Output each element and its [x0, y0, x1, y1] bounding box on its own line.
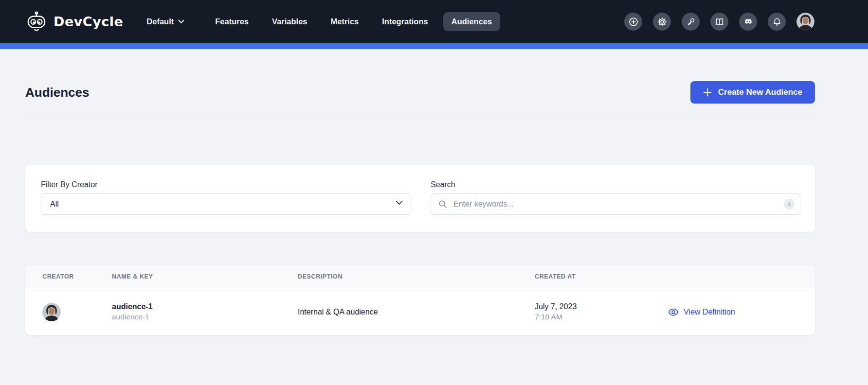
search-input[interactable]	[431, 193, 800, 215]
gear-icon	[657, 17, 668, 27]
book-icon	[714, 17, 725, 27]
nav-item-features[interactable]: Features	[207, 12, 257, 31]
nav-item-metrics[interactable]: Metrics	[323, 12, 367, 31]
chevron-down-icon	[396, 200, 403, 205]
view-definition-label: View Definition	[684, 308, 735, 316]
audience-description: Internal & QA audience	[298, 308, 378, 316]
creator-avatar	[42, 303, 61, 321]
user-avatar[interactable]	[796, 13, 814, 31]
search-label: Search	[431, 180, 800, 189]
nav-item-variables[interactable]: Variables	[264, 12, 315, 31]
creator-cell	[42, 303, 112, 321]
plus-icon	[703, 88, 712, 97]
page-title: Audiences	[25, 85, 90, 100]
key-icon	[686, 17, 696, 27]
plus-circle-icon	[628, 17, 639, 27]
search-icon	[437, 199, 448, 210]
notifications-button[interactable]	[768, 13, 786, 31]
x-icon: x	[788, 201, 791, 207]
clear-search-button[interactable]: x	[784, 199, 795, 210]
create-new-audience-label: Create New Audience	[718, 88, 802, 97]
api-keys-button[interactable]	[682, 13, 700, 31]
project-selector-value: Default	[146, 17, 174, 26]
chevron-down-icon	[178, 19, 184, 24]
topbar-actions	[624, 13, 814, 31]
eye-icon	[668, 306, 679, 318]
creator-filter-field: Filter By Creator All	[41, 180, 411, 215]
audiences-page: Audiences Create New Audience Filter By …	[25, 49, 815, 335]
col-header-description: Description	[298, 273, 535, 280]
accent-strip	[0, 43, 868, 49]
create-new-audience-button[interactable]: Create New Audience	[690, 81, 815, 104]
creator-filter-value: All	[50, 200, 59, 209]
audience-key: audience-1	[112, 313, 298, 321]
table-header-row: Creator Name & Key Description Created A…	[25, 265, 815, 288]
brand-name: DevCycle	[54, 14, 123, 29]
project-selector[interactable]: Default	[146, 17, 184, 26]
bell-icon	[772, 17, 782, 27]
devcycle-logo[interactable]: DevCycle	[25, 11, 123, 33]
devcycle-robot-icon	[25, 11, 48, 33]
created-at-cell: July 7, 2023 7:10 AM	[535, 302, 668, 321]
discord-button[interactable]	[739, 13, 757, 31]
creator-filter-select[interactable]: All	[41, 193, 411, 215]
main-nav: Features Variables Metrics Integrations …	[207, 12, 500, 31]
add-button[interactable]	[624, 13, 642, 31]
table-row: audience-1 audience-1 Internal & QA audi…	[25, 288, 815, 335]
discord-icon	[743, 17, 754, 27]
nav-item-integrations[interactable]: Integrations	[374, 12, 436, 31]
name-key-cell: audience-1 audience-1	[112, 302, 298, 321]
page-header: Audiences Create New Audience	[25, 81, 815, 104]
search-field: Search x	[431, 180, 800, 215]
header-divider	[25, 118, 815, 118]
created-date: July 7, 2023	[535, 302, 668, 311]
nav-item-audiences[interactable]: Audiences	[443, 12, 500, 31]
col-header-name-key: Name & Key	[112, 273, 298, 280]
audience-name: audience-1	[112, 302, 298, 311]
top-navbar: DevCycle Default Features Variables Metr…	[0, 0, 868, 43]
created-time: 7:10 AM	[535, 313, 668, 321]
view-definition-link[interactable]: View Definition	[668, 306, 798, 318]
filter-card: Filter By Creator All Search x	[25, 165, 815, 232]
description-cell: Internal & QA audience	[298, 308, 535, 316]
col-header-creator: Creator	[42, 273, 112, 280]
search-input-wrap: x	[431, 193, 800, 215]
settings-button[interactable]	[653, 13, 671, 31]
docs-button[interactable]	[710, 13, 728, 31]
audiences-table: Creator Name & Key Description Created A…	[25, 265, 815, 335]
actions-cell: View Definition	[668, 306, 798, 318]
creator-filter-label: Filter By Creator	[41, 180, 411, 189]
col-header-created-at: Created At	[535, 273, 668, 280]
